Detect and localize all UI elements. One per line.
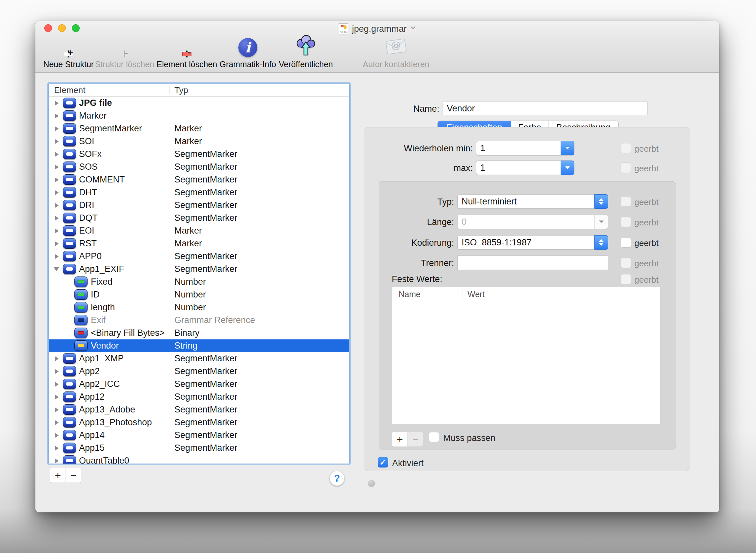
encoding-popup[interactable]: ISO_8859-1:1987 (457, 235, 608, 250)
column-header-wert[interactable]: Wert (468, 290, 485, 299)
tree-row[interactable]: SOIMarker (49, 135, 349, 148)
type-popup[interactable]: Null-terminiert (457, 194, 608, 209)
tree-row[interactable]: RSTMarker (49, 237, 349, 250)
splitter-handle[interactable] (368, 480, 375, 487)
name-input[interactable] (442, 101, 647, 115)
structure-icon (63, 187, 76, 198)
tree-row[interactable]: DRISegmentMarker (49, 199, 349, 212)
tree-row[interactable]: App2_ICCSegmentMarker (49, 378, 349, 391)
disclosure-triangle-right-icon[interactable] (55, 126, 59, 131)
disclosure-triangle-right-icon[interactable] (55, 203, 59, 208)
tree-row[interactable]: QuantTable0 (49, 454, 349, 464)
disclosure-triangle-down-icon[interactable] (54, 267, 59, 271)
structure-icon (63, 123, 76, 134)
separator-input[interactable] (457, 255, 608, 270)
tree-row[interactable]: App14SegmentMarker (49, 429, 349, 442)
tree-row[interactable]: SegmentMarkerMarker (49, 122, 349, 135)
tree-row[interactable]: App12SegmentMarker (49, 391, 349, 403)
number-icon (74, 276, 87, 287)
disclosure-triangle-right-icon[interactable] (55, 177, 59, 182)
repeat-min-inherited-checkbox[interactable] (621, 143, 631, 153)
separator-inherited-checkbox[interactable] (621, 257, 631, 268)
disclosure-triangle-right-icon[interactable] (55, 113, 59, 118)
tree-row[interactable]: Marker (49, 109, 349, 122)
disclosure-triangle-right-icon[interactable] (55, 446, 59, 451)
disclosure-triangle-right-icon[interactable] (55, 369, 59, 374)
tree-row-type: Marker (175, 226, 202, 236)
remove-element-button[interactable]: − (66, 468, 81, 483)
stepper-up-down-icon[interactable] (594, 194, 608, 209)
add-element-button[interactable]: + (50, 468, 66, 483)
column-divider[interactable] (169, 85, 170, 94)
tree-row[interactable]: FixedNumber (49, 275, 349, 288)
tree-row-label: Vendor (91, 341, 119, 351)
tree-row-type: SegmentMarker (175, 264, 237, 274)
chevron-down-icon[interactable] (561, 161, 574, 175)
disclosure-triangle-right-icon[interactable] (55, 394, 59, 400)
tree-row[interactable]: APP0SegmentMarker (49, 250, 349, 263)
structure-icon (63, 417, 76, 427)
toolbar-item-publish[interactable]: Veröffentlichen (268, 33, 344, 69)
tree-row[interactable]: App15SegmentMarker (49, 442, 349, 454)
disclosure-triangle-right-icon[interactable] (55, 100, 59, 106)
repeat-min-combobox[interactable]: 1 (476, 141, 574, 155)
length-inherited-checkbox[interactable] (621, 217, 631, 227)
tree-row[interactable]: App2SegmentMarker (49, 365, 349, 378)
title-chevron-down-icon[interactable] (410, 27, 416, 30)
tree-row[interactable]: VendorString (49, 339, 349, 352)
disclosure-triangle-right-icon[interactable] (55, 241, 59, 246)
tree-row[interactable]: App13_AdobeSegmentMarker (49, 403, 349, 416)
encoding-inherited-checkbox[interactable] (621, 237, 631, 248)
tree-row[interactable]: SOFxSegmentMarker (49, 148, 349, 161)
disclosure-triangle-right-icon[interactable] (55, 164, 59, 170)
disclosure-triangle-right-icon[interactable] (55, 433, 59, 438)
disclosure-triangle-right-icon[interactable] (55, 382, 59, 387)
tree-row[interactable]: ExifGrammar Reference (49, 314, 349, 327)
structure-icon (63, 353, 76, 364)
disclosure-triangle-right-icon[interactable] (55, 254, 59, 259)
repeat-max-combobox[interactable]: 1 (476, 161, 574, 175)
tree-row[interactable]: IDNumber (49, 288, 349, 301)
column-header-name[interactable]: Name (399, 290, 421, 299)
disclosure-triangle-right-icon[interactable] (55, 216, 59, 221)
stepper-up-down-icon[interactable] (594, 235, 608, 250)
tree-row[interactable]: App1_XMPSegmentMarker (49, 352, 349, 365)
tree-row-type: SegmentMarker (175, 379, 237, 389)
tree-row[interactable]: SOSSegmentMarker (49, 161, 349, 173)
tree-row-type: SegmentMarker (175, 417, 237, 427)
tree-row[interactable]: DHTSegmentMarker (49, 186, 349, 199)
structure-icon (63, 213, 76, 223)
tree-row-type: SegmentMarker (175, 200, 237, 210)
must-match-checkbox[interactable] (429, 432, 439, 442)
tree-row[interactable]: App13_PhotoshopSegmentMarker (49, 416, 349, 429)
disclosure-triangle-right-icon[interactable] (55, 458, 59, 464)
help-button[interactable]: ? (330, 471, 345, 486)
tree-row[interactable]: DQTSegmentMarker (49, 212, 349, 224)
tree-row[interactable]: COMMENTSegmentMarker (49, 173, 349, 186)
column-header-element[interactable]: Element (54, 85, 85, 95)
tree-row[interactable]: App1_EXIFSegmentMarker (49, 263, 349, 275)
structure-icon (63, 366, 76, 376)
tree-row[interactable]: EOIMarker (49, 224, 349, 237)
type-inherited-checkbox[interactable] (621, 196, 631, 207)
tree-row[interactable]: lengthNumber (49, 301, 349, 314)
repeat-max-inherited-checkbox[interactable] (621, 162, 631, 173)
remove-fixed-value-button[interactable]: − (408, 432, 423, 447)
tree-row[interactable]: JPG file (49, 97, 349, 109)
disclosure-triangle-right-icon[interactable] (55, 152, 59, 157)
fixed-values-table[interactable]: Name Wert (392, 287, 661, 424)
column-header-typ[interactable]: Typ (175, 85, 188, 95)
chevron-down-icon[interactable] (561, 141, 574, 155)
disclosure-triangle-right-icon[interactable] (55, 190, 59, 195)
fixed-values-inherited-checkbox[interactable] (621, 274, 631, 284)
structure-icon (63, 110, 76, 121)
activated-checkbox[interactable]: ✓ (378, 457, 388, 468)
disclosure-triangle-right-icon[interactable] (55, 139, 59, 144)
disclosure-triangle-right-icon[interactable] (55, 228, 59, 234)
disclosure-triangle-right-icon[interactable] (55, 420, 59, 425)
add-fixed-value-button[interactable]: + (392, 432, 408, 447)
disclosure-triangle-right-icon[interactable] (55, 356, 59, 361)
tree-row[interactable]: <Binary Fill Bytes>Binary (49, 327, 349, 339)
separator-inherited-label: geerbt (634, 258, 659, 269)
disclosure-triangle-right-icon[interactable] (55, 407, 59, 412)
